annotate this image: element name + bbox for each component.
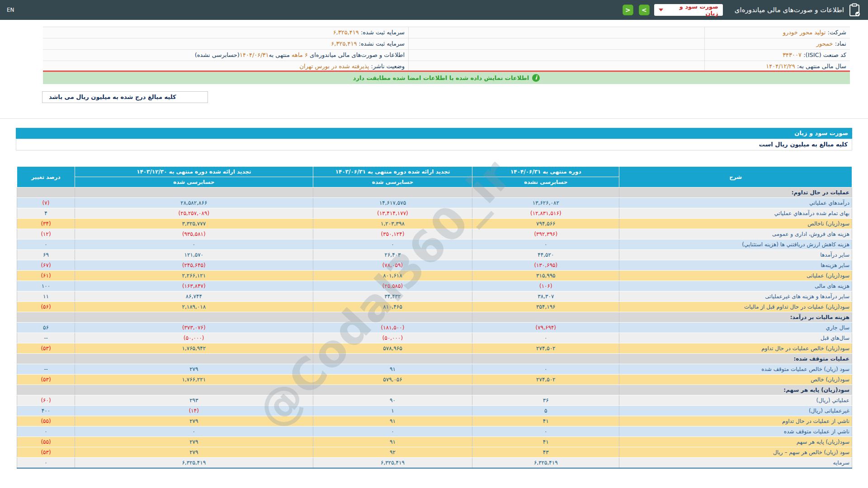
row-label: سال‌هاي قبل [619, 333, 852, 343]
cell-value: (۶۷) [41, 262, 51, 268]
info-row: شرکت: تولید محور خودروسرمایه ثبت شده: ۶,… [43, 27, 850, 38]
cell-value: ۴۳ [543, 449, 549, 455]
value-cell: ۸۰۱,۶۱۸ [313, 271, 472, 281]
cell-value: ۴ [44, 210, 47, 216]
page-title: اطلاعات و صورت‌های مالی میاندوره‌ای [735, 6, 844, 14]
cell-value: (۷) [42, 200, 50, 206]
col-header-period-year: تجدید ارائه شده دوره منتهی به ۱۴۰۳/۱۲/۳۰ [75, 167, 313, 177]
cell-value: (۷۸,۰۵۹) [382, 262, 403, 268]
value-cell: (۱۰۶) [472, 281, 619, 291]
info-spacer-cell [408, 27, 704, 38]
change-cell [17, 385, 75, 395]
table-row: سرمایه۶,۳۲۵,۴۱۹۶,۳۲۵,۴۱۹۶,۳۲۵,۴۱۹۰ [17, 458, 852, 468]
table-row: غیرعملیاتی (ريال)۵۱(۱۴)۴۰۰ [17, 406, 852, 416]
row-label: درآمدهاي عملياتي [619, 198, 852, 208]
value-cell: ۳۸,۳۰۷ [472, 291, 619, 302]
row-label: سود (زیان) خالص هر سهم – ریال [619, 447, 852, 458]
cell-value: ۲۷۹ [189, 366, 198, 372]
row-label: سود (زیان) خالص عملیات متوقف شده [619, 364, 852, 375]
table-row: سود(زیان) عملیاتی۳۱۵,۹۹۵۸۰۱,۶۱۸۲,۲۶۶,۱۲۱… [17, 271, 852, 281]
value-cell [472, 354, 619, 364]
value-cell [75, 188, 313, 198]
cell-value: ۲,۲۶۶,۱۲۱ [182, 272, 206, 279]
value-cell: ۷۹۴,۵۶۶ [472, 219, 619, 229]
change-cell: -- [17, 364, 75, 375]
info-label: شرکت: [826, 29, 846, 36]
next-statement-button[interactable]: > [639, 5, 650, 15]
section-divider [0, 118, 868, 119]
value-cell: ۹۱ [313, 364, 472, 375]
cell-value: ۵۶ [43, 324, 49, 331]
table-row: سود(زیان) خالص عملیات در حال تداوم۲۷۴,۵۰… [17, 343, 852, 354]
cell-value: ۴۰۰ [42, 408, 50, 414]
row-label: سود(زیان) پایه هر سهم [619, 437, 852, 447]
cell-value: (۵۳) [41, 376, 51, 383]
value-cell: (۲۵,۲۵۷,۰۸۹) [75, 208, 313, 219]
row-label: هزينه كاهش ارزش دريافتني ها (هزينه استثن… [619, 239, 852, 250]
info-value: پذیرفته شده در بورس تهران [300, 63, 369, 70]
value-cell: ۱ [313, 406, 472, 416]
value-cell: (۱۳۰,۶۹۵) [472, 260, 619, 271]
dropdown-selected-value: صورت سود و زیان [667, 3, 718, 17]
row-label: غیرعملیاتی (ريال) [619, 406, 852, 416]
value-cell [75, 312, 313, 323]
change-cell: ۰ [17, 458, 75, 468]
cell-value: (۳۴) [41, 221, 51, 227]
cell-value: ۹۱ [390, 366, 396, 372]
table-row: سال جاري(۷۹,۶۹۴)(۱۸۱,۵۰۰)(۳۷۳,۰۷۶)۵۶ [17, 323, 852, 333]
cell-value: ۱,۷۶۵,۹۴۲ [182, 345, 206, 352]
change-cell: (۵۳) [17, 375, 75, 385]
value-cell: ۴۴,۵۲۰ [472, 250, 619, 260]
change-cell: ۴ [17, 208, 75, 219]
value-cell [75, 385, 313, 395]
value-cell: ۳۱۵,۹۹۵ [472, 271, 619, 281]
row-label: سرمایه [619, 458, 852, 468]
change-cell: (۶۱) [17, 271, 75, 281]
info-value: ۶,۳۲۵,۴۱۹ [333, 29, 359, 36]
cell-value: ۴۱ [543, 439, 549, 445]
capital-field: اطلاعات و صورت‌های مالی میاندوره‌ای ۶ ما… [43, 50, 408, 61]
table-row: هزینه های فروش، اداری و عمومی(۳۹۲,۳۹۶)(۳… [17, 229, 852, 239]
signature-match-banner: i اطلاعات نمایش داده شده با اطلاعات امضا… [43, 70, 850, 84]
cell-value: (۱۸۱,۵۰۰) [381, 324, 405, 331]
change-cell: ۰ [17, 239, 75, 250]
table-row: عملیات متوقف شده: [17, 354, 852, 364]
cell-value: ۸۶,۷۴۴ [186, 293, 202, 300]
row-label: هزینه های مالی [619, 281, 852, 291]
cell-value: ۱۳,۶۲۶,۰۸۲ [533, 200, 559, 206]
cell-value: ۵۷۸,۹۶۵ [383, 345, 402, 352]
cell-value: (۲۵,۵۸۵) [382, 283, 403, 289]
info-row: نماد: خمحورسرمایه ثبت نشده: ۶,۳۲۵,۴۱۹ [43, 38, 850, 50]
change-cell: (۵۵) [17, 416, 75, 427]
value-cell: ۱۲۱,۵۷۰ [75, 250, 313, 260]
info-value: تولید محور خودرو [783, 29, 826, 36]
table-row: ناشي از عملیات متوقف شده۰۰۰۰ [17, 427, 852, 437]
cell-value: ۲۷۴,۵۰۲ [536, 345, 556, 352]
cell-value: ۹۰ [390, 397, 396, 404]
col-header-year-audit-status: حسابرسی شده [75, 177, 313, 188]
statement-type-dropdown[interactable]: صورت سود و زیان [654, 4, 723, 16]
value-cell: ۲۷۴,۵۰۲ [472, 375, 619, 385]
previous-statement-button[interactable]: < [623, 5, 633, 15]
company-field: کد صنعت (ISIC): ۳۴۳۰۰۷ [704, 50, 850, 61]
value-cell: ۰ [313, 239, 472, 250]
language-switch-en[interactable]: EN [7, 7, 14, 13]
cell-value: ۳۱۵,۹۹۵ [536, 272, 556, 279]
cell-value: (۲۵,۲۵۷,۰۸۹) [179, 210, 210, 216]
cell-value: ۴۴,۵۲۰ [538, 252, 554, 258]
cell-value: ۰ [391, 428, 394, 435]
info-spacer-cell [408, 38, 704, 49]
value-cell: (۳۷۳,۰۷۶) [75, 323, 313, 333]
change-cell: (۵۳) [17, 343, 75, 354]
value-cell: (۳۵۰,۱۲۴) [313, 229, 472, 239]
value-cell: ۰ [472, 239, 619, 250]
change-cell [17, 188, 75, 198]
row-label: سایر درآمدها و هزینه های غیرعملیاتی [619, 291, 852, 302]
value-cell: ۹۰ [313, 395, 472, 406]
value-cell: ۶,۳۲۵,۴۱۹ [472, 458, 619, 468]
value-cell: (۹۳۵,۵۸۱) [75, 229, 313, 239]
cell-value: (۳۵۰,۱۲۴) [381, 231, 405, 237]
value-cell: ۴۱ [472, 416, 619, 427]
cell-value: ۵ [544, 408, 547, 414]
value-cell: (۱۶۳,۸۴۷) [75, 281, 313, 291]
